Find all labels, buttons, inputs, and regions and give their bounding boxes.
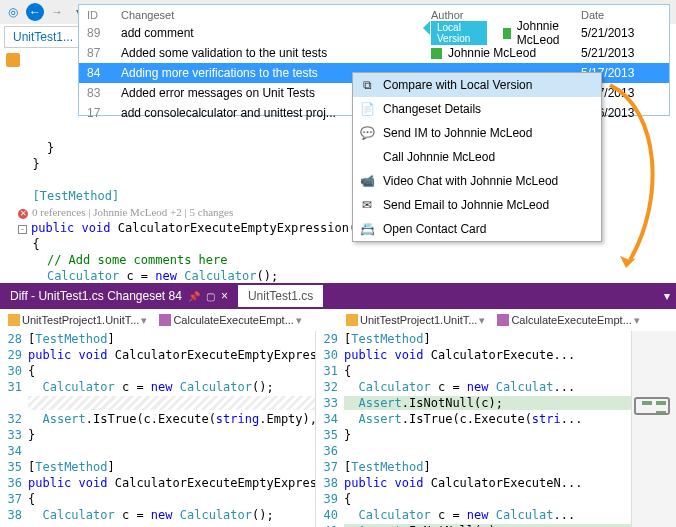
history-row[interactable]: 89 add comment Local VersionJohnnie McLe… xyxy=(79,23,669,43)
menu-compare-local[interactable]: ⧉Compare with Local Version xyxy=(353,73,601,97)
forward-button[interactable]: → xyxy=(48,3,66,21)
crumb-method-right[interactable]: CalculateExecuteEmpt...▾ xyxy=(493,313,643,328)
history-col-changeset: Changeset xyxy=(121,9,431,21)
menu-send-email[interactable]: ✉Send Email to Johnnie McLeod xyxy=(353,193,601,217)
diff-tab-inactive[interactable]: UnitTest1.cs xyxy=(238,285,323,307)
history-col-date: Date xyxy=(581,9,661,21)
class-icon xyxy=(8,314,20,326)
diff-view: 28[TestMethod] 29public void CalculatorE… xyxy=(0,331,676,527)
crumb-project-left[interactable]: UnitTestProject1.UnitT...▾ xyxy=(4,313,151,328)
card-icon: 📇 xyxy=(359,221,375,237)
overview-viewport[interactable] xyxy=(634,397,670,415)
diff-tab-bar: Diff - UnitTest1.cs Changeset 84 📌 ▢ × U… xyxy=(0,283,676,309)
class-icon xyxy=(346,314,358,326)
diff-tab-active[interactable]: Diff - UnitTest1.cs Changeset 84 📌 ▢ × xyxy=(0,285,238,307)
back-button[interactable]: ← xyxy=(26,3,44,21)
close-tab-icon[interactable]: × xyxy=(221,289,228,303)
codelens-author[interactable]: Johnnie McLeod +2 xyxy=(93,206,182,218)
file-tab[interactable]: UnitTest1... xyxy=(4,26,88,48)
crumb-project-right[interactable]: UnitTestProject1.UnitT...▾ xyxy=(342,313,489,328)
presence-icon xyxy=(431,48,442,59)
phone-icon xyxy=(359,149,375,165)
video-icon: 📹 xyxy=(359,173,375,189)
codelens-refs[interactable]: 0 references xyxy=(32,206,85,218)
navigation-bar: UnitTestProject1.UnitT...▾ CalculateExec… xyxy=(0,309,676,331)
menu-video-chat[interactable]: 📹Video Chat with Johnnie McLeod xyxy=(353,169,601,193)
local-version-badge: Local Version xyxy=(431,21,487,45)
promote-icon[interactable]: ▢ xyxy=(206,291,215,302)
tab-overflow-icon[interactable]: ▾ xyxy=(664,289,676,303)
test-status-icon: ✕ xyxy=(18,209,28,219)
changeset-context-menu: ⧉Compare with Local Version 📄Changeset D… xyxy=(352,72,602,242)
menu-send-im[interactable]: 💬Send IM to Johnnie McLeod xyxy=(353,121,601,145)
email-icon: ✉ xyxy=(359,197,375,213)
codelens-changes[interactable]: 5 changes xyxy=(190,206,234,218)
menu-changeset-details[interactable]: 📄Changeset Details xyxy=(353,97,601,121)
collapse-toggle[interactable]: - xyxy=(18,225,27,234)
chat-icon: 💬 xyxy=(359,125,375,141)
method-icon xyxy=(497,314,509,326)
file-tab-label: UnitTest1... xyxy=(13,30,73,44)
pin-icon[interactable]: 📌 xyxy=(188,291,200,302)
history-col-id: ID xyxy=(87,9,121,21)
crumb-method-left[interactable]: CalculateExecuteEmpt...▾ xyxy=(155,313,305,328)
menu-call[interactable]: Call Johnnie McLeod xyxy=(353,145,601,169)
presence-icon xyxy=(503,28,511,39)
diff-pane-right[interactable]: 29[TestMethod] 30public void CalculatorE… xyxy=(316,331,632,527)
testmethod-attribute: [TestMethod] xyxy=(32,189,119,203)
compare-icon: ⧉ xyxy=(359,77,375,93)
diff-overview-ruler[interactable] xyxy=(632,331,676,527)
menu-contact-card[interactable]: 📇Open Contact Card xyxy=(353,217,601,241)
method-icon xyxy=(159,314,171,326)
nav-target-icon[interactable]: ◎ xyxy=(4,3,22,21)
diff-pane-left[interactable]: 28[TestMethod] 29public void CalculatorE… xyxy=(0,331,316,527)
history-row[interactable]: 87 Added some validation to the unit tes… xyxy=(79,43,669,63)
details-icon: 📄 xyxy=(359,101,375,117)
